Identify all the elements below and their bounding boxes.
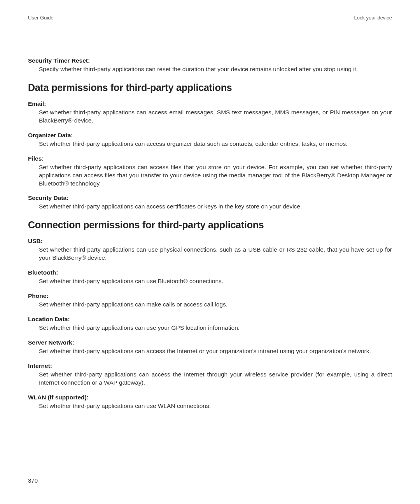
block-internet: Internet: Set whether third-party applic…	[28, 362, 392, 387]
term-files: Files:	[28, 155, 392, 162]
header-right: Lock your device	[354, 15, 392, 21]
term-wlan: WLAN (if supported):	[28, 394, 392, 401]
block-bluetooth: Bluetooth: Set whether third-party appli…	[28, 269, 392, 285]
desc-bluetooth: Set whether third-party applications can…	[39, 277, 392, 285]
term-internet: Internet:	[28, 362, 392, 369]
term-server-network: Server Network:	[28, 339, 392, 346]
block-email: Email: Set whether third-party applicati…	[28, 100, 392, 125]
term-security-timer-reset: Security Timer Reset:	[28, 57, 392, 64]
page-header: User Guide Lock your device	[28, 15, 392, 21]
block-server-network: Server Network: Set whether third-party …	[28, 339, 392, 355]
block-wlan: WLAN (if supported): Set whether third-p…	[28, 394, 392, 410]
term-security-data: Security Data:	[28, 194, 392, 201]
desc-server-network: Set whether third-party applications can…	[39, 347, 392, 355]
desc-wlan: Set whether third-party applications can…	[39, 402, 392, 410]
page-number: 370	[28, 477, 38, 484]
block-files: Files: Set whether third-party applicati…	[28, 155, 392, 188]
block-organizer-data: Organizer Data: Set whether third-party …	[28, 132, 392, 148]
block-security-data: Security Data: Set whether third-party a…	[28, 194, 392, 211]
block-phone: Phone: Set whether third-party applicati…	[28, 292, 392, 309]
term-usb: USB:	[28, 238, 392, 245]
desc-security-data: Set whether third-party applications can…	[39, 203, 392, 211]
desc-security-timer-reset: Specify whether third-party applications…	[39, 65, 392, 74]
block-security-timer-reset: Security Timer Reset: Specify whether th…	[28, 57, 392, 74]
term-email: Email:	[28, 100, 392, 107]
term-bluetooth: Bluetooth:	[28, 269, 392, 276]
term-organizer-data: Organizer Data:	[28, 132, 392, 139]
heading-data-permissions: Data permissions for third-party applica…	[28, 82, 392, 93]
desc-phone: Set whether third-party applications can…	[39, 301, 392, 309]
desc-organizer-data: Set whether third-party applications can…	[39, 140, 392, 148]
desc-internet: Set whether third-party applications can…	[39, 371, 392, 387]
block-location-data: Location Data: Set whether third-party a…	[28, 316, 392, 332]
term-phone: Phone:	[28, 292, 392, 299]
desc-usb: Set whether third-party applications can…	[39, 246, 392, 262]
desc-files: Set whether third-party applications can…	[39, 163, 392, 188]
term-location-data: Location Data:	[28, 316, 392, 323]
block-usb: USB: Set whether third-party application…	[28, 238, 392, 262]
desc-email: Set whether third-party applications can…	[39, 108, 392, 125]
heading-connection-permissions: Connection permissions for third-party a…	[28, 219, 392, 231]
header-left: User Guide	[28, 15, 54, 21]
desc-location-data: Set whether third-party applications can…	[39, 324, 392, 332]
